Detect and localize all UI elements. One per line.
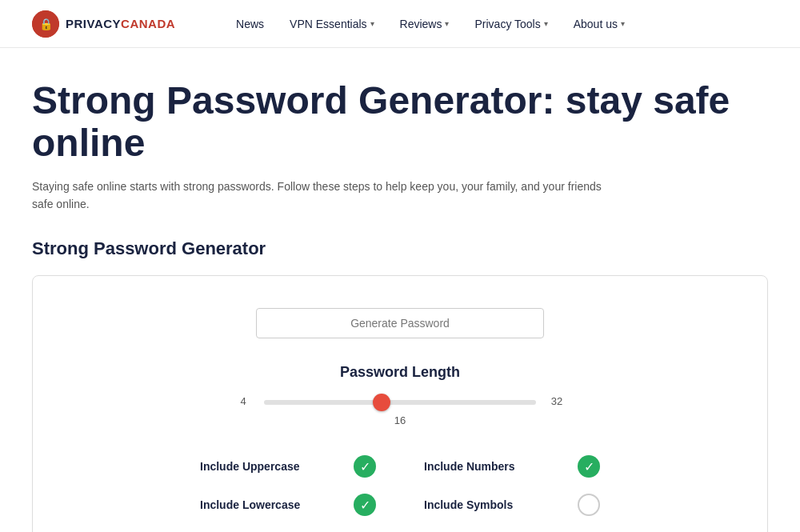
about-dropdown-arrow: ▾: [621, 19, 625, 28]
nav-item-privacy-tools[interactable]: Privacy Tools ▾: [462, 0, 560, 48]
logo-canada-text: CANADA: [121, 17, 175, 30]
logo-text: PRIVACY CANADA: [66, 17, 175, 30]
navigation: 🔒 PRIVACY CANADA News VPN Essentials ▾ R…: [0, 0, 800, 48]
reviews-dropdown-arrow: ▾: [445, 19, 449, 28]
nav-item-about[interactable]: About us ▾: [561, 0, 638, 48]
option-row-symbols: Include Symbols: [424, 494, 600, 516]
symbols-checkbox[interactable]: [578, 494, 600, 516]
section-title: Strong Password Generator: [32, 238, 768, 259]
lowercase-label: Include Lowercase: [200, 498, 300, 511]
vpn-dropdown-arrow: ▾: [370, 19, 374, 28]
page-subtitle: Staying safe online starts with strong p…: [32, 178, 624, 214]
nav-item-reviews[interactable]: Reviews ▾: [387, 0, 462, 48]
privacy-tools-dropdown-arrow: ▾: [544, 19, 548, 28]
generator-card: Password Length 4 32 16 Include Uppercas…: [32, 275, 768, 532]
slider-current-value: 16: [81, 414, 719, 426]
logo[interactable]: 🔒 PRIVACY CANADA: [32, 10, 175, 38]
check-icon-uppercase: ✓: [360, 459, 370, 474]
nav-item-vpn[interactable]: VPN Essentials ▾: [277, 0, 386, 48]
password-display-field[interactable]: [256, 308, 544, 338]
page-heading: Strong Password Generator: stay safe onl…: [32, 80, 768, 165]
password-length-slider[interactable]: [264, 400, 536, 405]
slider-title: Password Length: [81, 364, 719, 381]
option-row-lowercase: Include Lowercase ✓: [200, 494, 376, 516]
slider-min-value: 4: [235, 395, 251, 407]
nav-item-news[interactable]: News: [223, 0, 277, 48]
option-row-uppercase: Include Uppercase ✓: [200, 455, 376, 478]
lowercase-checkbox[interactable]: ✓: [354, 494, 376, 516]
slider-row: 4 32: [81, 394, 719, 408]
nav-links: News VPN Essentials ▾ Reviews ▾ Privacy …: [223, 0, 638, 48]
logo-icon: 🔒: [32, 10, 59, 38]
symbols-label: Include Symbols: [424, 498, 513, 511]
main-content: Strong Password Generator: stay safe onl…: [8, 48, 792, 532]
slider-wrap: [264, 394, 536, 408]
uppercase-label: Include Uppercase: [200, 460, 300, 473]
check-icon-lowercase: ✓: [360, 498, 370, 513]
check-icon-numbers: ✓: [584, 459, 594, 474]
options-grid: Include Uppercase ✓ Include Numbers ✓ In…: [200, 455, 600, 516]
password-output-area: [81, 308, 719, 338]
option-row-numbers: Include Numbers ✓: [424, 455, 600, 478]
numbers-checkbox[interactable]: ✓: [578, 455, 600, 478]
uppercase-checkbox[interactable]: ✓: [354, 455, 376, 478]
slider-max-value: 32: [549, 395, 565, 407]
numbers-label: Include Numbers: [424, 460, 515, 473]
shield-icon: 🔒: [39, 18, 53, 30]
logo-privacy-text: PRIVACY: [66, 17, 121, 30]
slider-section: Password Length 4 32 16: [81, 364, 719, 426]
